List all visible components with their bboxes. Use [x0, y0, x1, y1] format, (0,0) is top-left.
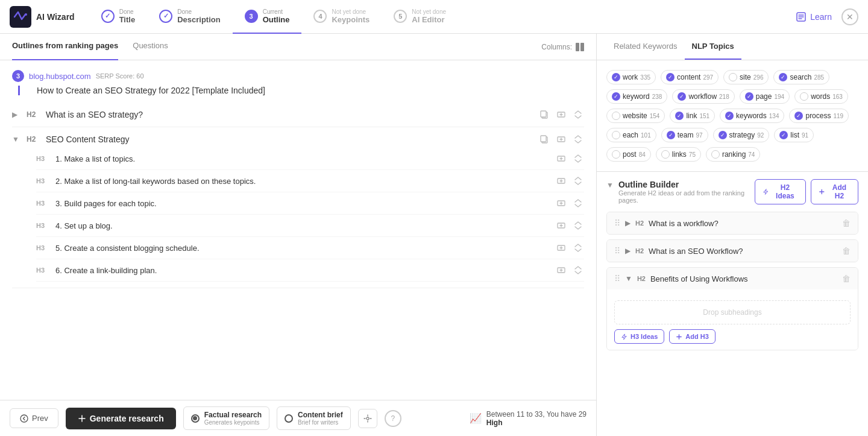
move-icon[interactable]	[572, 133, 584, 145]
drag-handle-icon[interactable]: ⠿	[614, 274, 620, 283]
keyword-tag[interactable]: ✓process119	[789, 109, 849, 123]
outline-builder: ▼ Outline Builder Generate H2 ideas or a…	[597, 172, 868, 436]
h2-text: What is an SEO strategy?	[46, 110, 533, 119]
source-url[interactable]: blog.hubspot.com	[29, 72, 91, 81]
tab-related-keywords[interactable]: Related Keywords	[606, 34, 685, 60]
add-icon[interactable]	[555, 264, 567, 276]
lightning-icon	[763, 188, 769, 195]
close-button[interactable]: ✕	[841, 8, 858, 25]
info-button[interactable]: ?	[385, 410, 401, 427]
keyword-tag[interactable]: ✓keywords134	[720, 109, 784, 123]
delete-icon[interactable]: 🗑	[842, 274, 851, 283]
keyword-word: search	[790, 73, 811, 81]
ob-collapse-toggle[interactable]: ▼	[606, 181, 614, 189]
keyword-tag[interactable]: ✓content297	[661, 70, 719, 84]
keyword-tag[interactable]: ranking74	[706, 147, 760, 162]
keyword-tag[interactable]: ✓link151	[670, 109, 715, 123]
tab-outlines[interactable]: Outlines from ranking pages	[12, 34, 118, 60]
learn-button[interactable]: Learn	[796, 11, 832, 22]
source-score: SERP Score: 60	[96, 72, 144, 80]
keyword-word: link	[686, 112, 697, 120]
keyword-word: website	[623, 112, 647, 120]
keyword-check-icon	[729, 73, 737, 81]
tab-questions[interactable]: Questions	[133, 34, 168, 60]
add-icon[interactable]	[555, 175, 567, 187]
keyword-check-icon: ✓	[675, 112, 684, 120]
ob-expand-icon[interactable]: ▶	[625, 247, 631, 255]
h2-label: H2	[27, 110, 41, 119]
add-icon[interactable]	[555, 153, 567, 165]
settings-button[interactable]	[358, 409, 377, 428]
h3-text: 3. Build pages for each topic.	[55, 199, 550, 208]
step-description[interactable]: ✓ Done Description	[147, 0, 233, 34]
keyword-tag[interactable]: ✓work335	[606, 70, 656, 84]
columns-control[interactable]: Columns:	[541, 43, 584, 51]
keyword-tag[interactable]: links75	[656, 147, 701, 162]
keyword-tag[interactable]: ✓list91	[774, 128, 814, 142]
keyword-tag[interactable]: ✓search285	[773, 70, 829, 84]
keyword-word: strategy	[729, 131, 755, 139]
delete-icon[interactable]: 🗑	[842, 246, 851, 256]
add-icon[interactable]	[555, 133, 567, 145]
app-logo	[10, 6, 31, 28]
h3-ideas-button[interactable]: H3 Ideas	[614, 329, 664, 344]
add-icon[interactable]	[555, 220, 567, 232]
keyword-tag[interactable]: ✓team97	[661, 128, 708, 142]
keyword-tag[interactable]: each101	[606, 128, 656, 142]
move-icon[interactable]	[572, 220, 584, 232]
ob-expand-icon[interactable]: ▶	[625, 219, 631, 227]
right-tabs: Related Keywords NLP Topics	[597, 34, 868, 60]
copy-icon[interactable]	[538, 133, 550, 145]
move-icon[interactable]	[572, 197, 584, 209]
move-icon[interactable]	[572, 242, 584, 254]
content-brief-option[interactable]: Content brief Brief for writers	[277, 406, 351, 430]
add-icon[interactable]	[555, 197, 567, 209]
move-icon[interactable]	[572, 175, 584, 187]
step-outline[interactable]: 3 Current Outline	[233, 0, 302, 34]
keyword-tag[interactable]: words163	[794, 89, 848, 104]
keyword-word: post	[623, 150, 637, 159]
drag-handle-icon[interactable]: ⠿	[614, 218, 620, 228]
add-h3-button[interactable]: Add H3	[669, 329, 715, 344]
keyword-tag[interactable]: post84	[606, 147, 651, 162]
h2-toggle-collapse[interactable]: ▼	[12, 135, 22, 144]
copy-icon[interactable]	[538, 109, 550, 121]
keyword-tag[interactable]: ✓keyword238	[606, 89, 667, 104]
drag-handle-icon[interactable]: ⠿	[614, 246, 620, 256]
step-keypoints[interactable]: 4 Not yet done Keypoints	[301, 0, 382, 34]
add-icon[interactable]	[555, 242, 567, 254]
left-panel: Outlines from ranking pages Questions Co…	[0, 34, 597, 436]
step-ai-editor[interactable]: 5 Not yet done AI Editor	[382, 0, 458, 34]
keyword-check-icon: ✓	[725, 112, 734, 120]
keyword-tag[interactable]: ✓page194	[740, 89, 790, 104]
add-h2-button[interactable]: Add H2	[811, 179, 858, 204]
h2-ideas-button[interactable]: H2 Ideas	[755, 179, 806, 204]
keyword-check-icon: ✓	[666, 73, 675, 81]
delete-icon[interactable]: 🗑	[842, 218, 851, 228]
step-title[interactable]: ✓ Done Title	[89, 0, 148, 34]
prev-button[interactable]: Prev	[10, 408, 58, 428]
columns-label: Columns:	[541, 43, 572, 51]
move-icon[interactable]	[572, 153, 584, 165]
keyword-count: 97	[696, 132, 702, 139]
h3-row: H3 1. Make a list of topics.	[36, 148, 584, 170]
keyword-check-icon: ✓	[779, 131, 788, 139]
h2-toggle-expand[interactable]: ▶	[12, 110, 22, 119]
tab-nlp-topics[interactable]: NLP Topics	[685, 34, 741, 60]
generate-research-button[interactable]: Generate research	[66, 408, 176, 429]
keyword-tag[interactable]: ✓strategy92	[713, 128, 770, 142]
add-icon[interactable]	[555, 109, 567, 121]
main-layout: Outlines from ranking pages Questions Co…	[0, 34, 868, 436]
keyword-word: content	[677, 73, 700, 81]
factual-research-option[interactable]: Factual research Generates keypoints	[183, 406, 269, 430]
source-title: How to Create an SEO Strategy for 2022 […	[18, 86, 584, 95]
step-ai-editor-status: Not yet done	[412, 8, 446, 15]
ob-expand-icon[interactable]: ▼	[625, 274, 632, 283]
move-icon[interactable]	[572, 264, 584, 276]
keywords-area: ✓work335✓content297site296✓search285✓key…	[597, 60, 868, 172]
keyword-tag[interactable]: ✓workflow218	[672, 89, 734, 104]
keyword-tag[interactable]: site296	[723, 70, 769, 84]
move-icon[interactable]	[572, 109, 584, 121]
keyword-tag[interactable]: website154	[606, 109, 665, 123]
keyword-check-icon: ✓	[612, 92, 620, 101]
